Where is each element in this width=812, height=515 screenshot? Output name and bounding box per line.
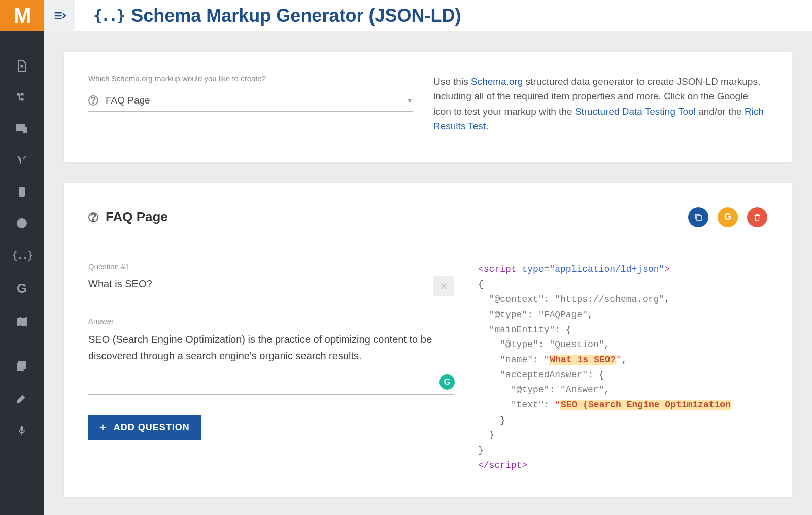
svg-rect-10 [21,426,23,431]
help-icon: ? [88,95,98,106]
nav-split-icon[interactable] [0,154,44,166]
question-label: Question #1 [88,262,454,271]
nav-json-icon[interactable]: {..} [0,249,44,261]
nav-document-icon[interactable] [0,60,44,72]
delete-button[interactable] [747,207,767,227]
link-sdtt[interactable]: Structured Data Testing Tool [575,106,696,117]
nav-mobile-icon[interactable] [0,186,44,198]
nav-devices-icon[interactable] [0,123,44,135]
nav-map-search-icon[interactable] [0,316,44,328]
divider [88,248,767,248]
plus-icon: + [99,421,107,434]
schema-select-label: Which Schema.org markup would you like t… [88,74,413,83]
answer-label: Answer [88,317,454,325]
add-question-button[interactable]: + ADD QUESTION [88,415,201,440]
answer-textarea[interactable] [88,330,454,395]
remove-question-button[interactable]: ✕ [433,276,454,296]
svg-rect-5 [23,127,27,133]
grammarly-icon[interactable]: G [439,374,455,390]
copy-button[interactable] [688,207,708,227]
content-area: Which Schema.org markup would you like t… [44,0,812,515]
nav-tree-icon[interactable] [0,91,44,104]
help-icon[interactable]: ? [88,212,98,222]
sidebar-expand-button[interactable] [44,0,75,31]
faq-editor-card: ? FAQ Page G Question #1 [64,183,792,498]
intro-text: Use this Schema.org structured data gene… [433,74,767,134]
svg-rect-2 [21,93,23,95]
svg-rect-6 [19,187,24,196]
nav-globe-icon[interactable] [0,217,44,229]
question-input[interactable] [88,276,427,295]
chevron-down-icon: ▼ [406,96,413,105]
page-header: {..} Schema Markup Generator (JSON-LD) [44,0,812,31]
rail-divider [9,339,35,339]
nav-library-icon[interactable] [16,360,28,372]
editor-title: FAQ Page [106,209,168,225]
svg-rect-11 [697,216,701,220]
nav-mic-icon[interactable] [16,425,28,437]
schema-select[interactable]: ? FAQ Page ▼ [88,92,413,112]
link-schema-org[interactable]: Schema.org [471,76,523,87]
side-rail: M {..} G [0,0,44,515]
code-preview: <script type="application/ld+json"> { "@… [478,262,767,473]
form-column: Question #1 ✕ Answer G + ADD QUESTION [88,262,454,473]
svg-rect-0 [21,65,23,67]
test-google-button[interactable]: G [718,207,738,227]
brand-logo[interactable]: M [0,0,44,31]
nav-google-icon[interactable]: G [0,281,44,296]
page-title: Schema Markup Generator (JSON-LD) [131,5,461,26]
svg-rect-3 [21,98,23,100]
nav-edit-icon[interactable] [16,392,28,404]
schema-selector-card: Which Schema.org markup would you like t… [64,52,792,162]
schema-select-value: FAQ Page [106,95,406,106]
json-braces-icon: {..} [93,7,124,24]
